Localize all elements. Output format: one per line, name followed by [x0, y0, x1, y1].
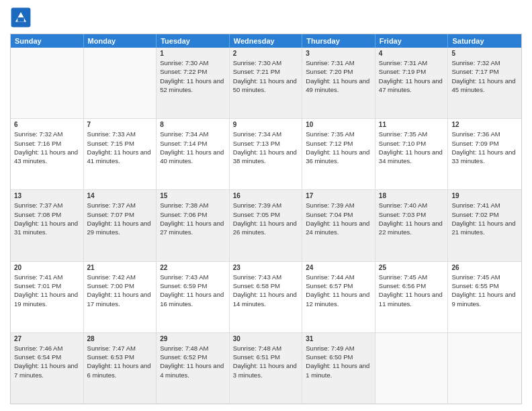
- day-number: 20: [14, 264, 80, 271]
- day-cell-23: 23Sunrise: 7:43 AM Sunset: 6:58 PM Dayli…: [230, 262, 303, 332]
- day-number: 3: [306, 50, 371, 57]
- day-cell-18: 18Sunrise: 7:40 AM Sunset: 7:03 PM Dayli…: [375, 190, 449, 261]
- empty-cell: [375, 333, 449, 404]
- weekday-header-thursday: Thursday: [302, 34, 375, 48]
- day-info: Sunrise: 7:34 AM Sunset: 7:14 PM Dayligh…: [160, 130, 226, 165]
- day-info: Sunrise: 7:35 AM Sunset: 7:12 PM Dayligh…: [306, 130, 371, 165]
- day-number: 18: [379, 192, 445, 199]
- calendar-row-0: 1Sunrise: 7:30 AM Sunset: 7:22 PM Daylig…: [11, 48, 521, 118]
- logo-icon: [10, 7, 32, 28]
- day-info: Sunrise: 7:33 AM Sunset: 7:15 PM Dayligh…: [87, 130, 153, 165]
- calendar: SundayMondayTuesdayWednesdayThursdayFrid…: [10, 34, 522, 404]
- day-info: Sunrise: 7:47 AM Sunset: 6:53 PM Dayligh…: [87, 344, 153, 379]
- day-cell-13: 13Sunrise: 7:37 AM Sunset: 7:08 PM Dayli…: [11, 190, 84, 261]
- day-cell-5: 5Sunrise: 7:32 AM Sunset: 7:17 PM Daylig…: [448, 48, 521, 118]
- day-info: Sunrise: 7:32 AM Sunset: 7:16 PM Dayligh…: [14, 130, 80, 165]
- day-cell-17: 17Sunrise: 7:39 AM Sunset: 7:04 PM Dayli…: [302, 190, 375, 261]
- empty-cell: [84, 48, 157, 118]
- day-number: 14: [87, 192, 153, 199]
- day-info: Sunrise: 7:41 AM Sunset: 7:01 PM Dayligh…: [14, 273, 80, 308]
- calendar-row-1: 6Sunrise: 7:32 AM Sunset: 7:16 PM Daylig…: [11, 118, 521, 189]
- day-cell-25: 25Sunrise: 7:45 AM Sunset: 6:56 PM Dayli…: [375, 262, 449, 332]
- day-info: Sunrise: 7:44 AM Sunset: 6:57 PM Dayligh…: [306, 273, 371, 308]
- weekday-header-friday: Friday: [375, 34, 449, 48]
- calendar-body: 1Sunrise: 7:30 AM Sunset: 7:22 PM Daylig…: [11, 48, 521, 404]
- day-number: 26: [451, 264, 518, 271]
- day-number: 22: [160, 264, 226, 271]
- weekday-header-saturday: Saturday: [448, 34, 521, 48]
- day-number: 28: [87, 335, 153, 342]
- day-info: Sunrise: 7:45 AM Sunset: 6:55 PM Dayligh…: [451, 273, 518, 308]
- calendar-row-2: 13Sunrise: 7:37 AM Sunset: 7:08 PM Dayli…: [11, 189, 521, 261]
- day-cell-21: 21Sunrise: 7:42 AM Sunset: 7:00 PM Dayli…: [84, 262, 157, 332]
- day-info: Sunrise: 7:37 AM Sunset: 7:07 PM Dayligh…: [87, 201, 153, 236]
- day-info: Sunrise: 7:45 AM Sunset: 6:56 PM Dayligh…: [379, 273, 445, 308]
- day-cell-28: 28Sunrise: 7:47 AM Sunset: 6:53 PM Dayli…: [84, 333, 157, 404]
- day-info: Sunrise: 7:31 AM Sunset: 7:19 PM Dayligh…: [379, 58, 445, 94]
- logo: [10, 7, 34, 28]
- day-cell-22: 22Sunrise: 7:43 AM Sunset: 6:59 PM Dayli…: [157, 262, 230, 332]
- day-cell-7: 7Sunrise: 7:33 AM Sunset: 7:15 PM Daylig…: [84, 119, 157, 189]
- page: SundayMondayTuesdayWednesdayThursdayFrid…: [0, 0, 532, 411]
- day-cell-9: 9Sunrise: 7:34 AM Sunset: 7:13 PM Daylig…: [230, 119, 303, 189]
- day-info: Sunrise: 7:43 AM Sunset: 6:58 PM Dayligh…: [233, 273, 299, 308]
- day-cell-27: 27Sunrise: 7:46 AM Sunset: 6:54 PM Dayli…: [11, 333, 84, 404]
- day-cell-19: 19Sunrise: 7:41 AM Sunset: 7:02 PM Dayli…: [448, 190, 521, 261]
- day-cell-29: 29Sunrise: 7:48 AM Sunset: 6:52 PM Dayli…: [157, 333, 230, 404]
- day-number: 4: [379, 50, 445, 57]
- day-cell-26: 26Sunrise: 7:45 AM Sunset: 6:55 PM Dayli…: [448, 262, 521, 332]
- day-number: 19: [451, 192, 518, 199]
- day-cell-16: 16Sunrise: 7:39 AM Sunset: 7:05 PM Dayli…: [230, 190, 303, 261]
- empty-cell: [11, 48, 84, 118]
- day-info: Sunrise: 7:41 AM Sunset: 7:02 PM Dayligh…: [451, 201, 518, 236]
- day-cell-3: 3Sunrise: 7:31 AM Sunset: 7:20 PM Daylig…: [302, 48, 375, 118]
- weekday-header-monday: Monday: [84, 34, 157, 48]
- day-cell-10: 10Sunrise: 7:35 AM Sunset: 7:12 PM Dayli…: [302, 119, 375, 189]
- day-cell-6: 6Sunrise: 7:32 AM Sunset: 7:16 PM Daylig…: [11, 119, 84, 189]
- day-cell-8: 8Sunrise: 7:34 AM Sunset: 7:14 PM Daylig…: [157, 119, 230, 189]
- day-cell-1: 1Sunrise: 7:30 AM Sunset: 7:22 PM Daylig…: [157, 48, 230, 118]
- day-number: 8: [160, 121, 226, 128]
- day-number: 29: [160, 335, 226, 342]
- weekday-header-wednesday: Wednesday: [230, 34, 303, 48]
- day-info: Sunrise: 7:48 AM Sunset: 6:52 PM Dayligh…: [160, 344, 226, 379]
- day-number: 13: [14, 192, 80, 199]
- day-info: Sunrise: 7:43 AM Sunset: 6:59 PM Dayligh…: [160, 273, 226, 308]
- day-cell-2: 2Sunrise: 7:30 AM Sunset: 7:21 PM Daylig…: [230, 48, 303, 118]
- day-info: Sunrise: 7:46 AM Sunset: 6:54 PM Dayligh…: [14, 344, 80, 379]
- day-cell-31: 31Sunrise: 7:49 AM Sunset: 6:50 PM Dayli…: [302, 333, 375, 404]
- calendar-row-3: 20Sunrise: 7:41 AM Sunset: 7:01 PM Dayli…: [11, 261, 521, 332]
- weekday-header-tuesday: Tuesday: [157, 34, 230, 48]
- day-number: 16: [233, 192, 299, 199]
- day-number: 23: [233, 264, 299, 271]
- day-number: 21: [87, 264, 153, 271]
- day-info: Sunrise: 7:34 AM Sunset: 7:13 PM Dayligh…: [233, 130, 299, 165]
- day-info: Sunrise: 7:40 AM Sunset: 7:03 PM Dayligh…: [379, 201, 445, 236]
- day-cell-14: 14Sunrise: 7:37 AM Sunset: 7:07 PM Dayli…: [84, 190, 157, 261]
- day-info: Sunrise: 7:38 AM Sunset: 7:06 PM Dayligh…: [160, 201, 226, 236]
- day-number: 27: [14, 335, 80, 342]
- day-number: 11: [379, 121, 445, 128]
- day-info: Sunrise: 7:30 AM Sunset: 7:22 PM Dayligh…: [160, 58, 226, 94]
- day-number: 25: [379, 264, 445, 271]
- day-number: 10: [306, 121, 371, 128]
- empty-cell: [448, 333, 521, 404]
- day-info: Sunrise: 7:39 AM Sunset: 7:05 PM Dayligh…: [233, 201, 299, 236]
- day-number: 1: [160, 50, 226, 57]
- day-number: 7: [87, 121, 153, 128]
- calendar-header: SundayMondayTuesdayWednesdayThursdayFrid…: [11, 34, 521, 48]
- day-cell-24: 24Sunrise: 7:44 AM Sunset: 6:57 PM Dayli…: [302, 262, 375, 332]
- day-number: 2: [233, 50, 299, 57]
- day-number: 30: [233, 335, 299, 342]
- day-info: Sunrise: 7:32 AM Sunset: 7:17 PM Dayligh…: [451, 58, 518, 94]
- day-number: 5: [451, 50, 518, 57]
- day-cell-4: 4Sunrise: 7:31 AM Sunset: 7:19 PM Daylig…: [375, 48, 449, 118]
- day-info: Sunrise: 7:39 AM Sunset: 7:04 PM Dayligh…: [306, 201, 371, 236]
- calendar-row-4: 27Sunrise: 7:46 AM Sunset: 6:54 PM Dayli…: [11, 332, 521, 404]
- day-info: Sunrise: 7:35 AM Sunset: 7:10 PM Dayligh…: [379, 130, 445, 165]
- day-info: Sunrise: 7:30 AM Sunset: 7:21 PM Dayligh…: [233, 58, 299, 94]
- day-info: Sunrise: 7:48 AM Sunset: 6:51 PM Dayligh…: [233, 344, 299, 379]
- day-info: Sunrise: 7:31 AM Sunset: 7:20 PM Dayligh…: [306, 58, 371, 94]
- day-cell-11: 11Sunrise: 7:35 AM Sunset: 7:10 PM Dayli…: [375, 119, 449, 189]
- day-info: Sunrise: 7:49 AM Sunset: 6:50 PM Dayligh…: [306, 344, 371, 379]
